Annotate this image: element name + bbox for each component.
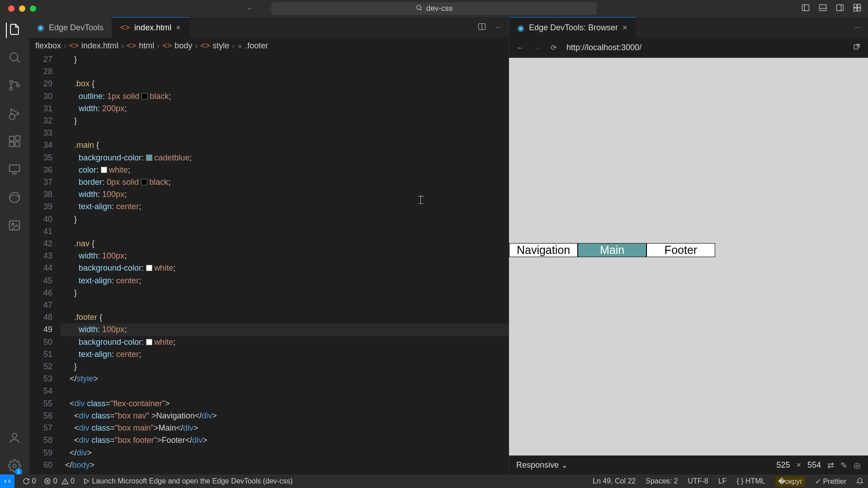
remote-explorer-icon[interactable] (8, 163, 21, 178)
source-control-icon[interactable] (8, 79, 21, 94)
crumb[interactable]: html (139, 41, 154, 51)
rotate-icon[interactable]: ⇄ (827, 460, 834, 470)
edit-icon[interactable]: ✎ (840, 460, 847, 470)
svg-rect-21 (15, 142, 19, 146)
back-button[interactable]: ← (516, 44, 524, 52)
crumb[interactable]: style (212, 41, 229, 51)
more-actions-icon[interactable]: ··· (495, 23, 501, 32)
edge-icon: ◉ (517, 23, 524, 33)
minimize-window-button[interactable] (19, 5, 25, 12)
url-field[interactable]: http://localhost:3000/ (566, 43, 642, 52)
svg-rect-6 (837, 5, 844, 10)
close-icon[interactable]: × (176, 23, 181, 33)
settings-icon[interactable]: 1 (8, 459, 21, 474)
svg-point-0 (416, 5, 420, 9)
problems-status[interactable]: 0 0 (44, 477, 75, 485)
reload-button[interactable]: ⟳ (551, 43, 557, 52)
html-file-icon: <> (69, 41, 79, 51)
svg-line-1 (420, 9, 422, 10)
svg-rect-10 (854, 8, 857, 11)
crumb[interactable]: flexbox (35, 41, 61, 51)
layout-sidebar-left-icon[interactable] (801, 3, 810, 14)
svg-point-26 (9, 192, 20, 203)
viewport-height[interactable]: 554 (807, 460, 821, 470)
tab-edge-browser[interactable]: ◉ Edge DevTools: Browser × (509, 17, 636, 38)
prettier-status[interactable]: ✓ Prettier (815, 477, 846, 486)
sync-status[interactable]: 0 (23, 477, 36, 485)
eol-status[interactable]: LF (718, 477, 727, 485)
svg-rect-2 (802, 5, 809, 10)
svg-rect-9 (858, 5, 861, 8)
svg-point-38 (65, 483, 65, 483)
editor-group: ◉ Edge DevTools <> index.html × ··· flex… (29, 17, 509, 474)
svg-point-18 (9, 114, 15, 120)
more-actions-icon[interactable]: ··· (855, 23, 861, 32)
launch-task[interactable]: Launch Microsoft Edge and open the Edge … (83, 477, 292, 485)
code-editor[interactable]: 2728293031323334353637383940414243444546… (29, 53, 509, 474)
preview-tabs: ◉ Edge DevTools: Browser × ··· (509, 17, 868, 38)
viewport-width[interactable]: 525 (776, 460, 790, 470)
browser-viewport[interactable]: Navigation Main Footer (509, 58, 868, 455)
tab-label: index.html (134, 23, 171, 33)
tag-icon: <> (162, 41, 172, 51)
notifications-icon[interactable] (856, 477, 863, 485)
open-external-icon[interactable] (853, 43, 861, 53)
svg-point-30 (13, 464, 16, 468)
tab-edge-devtools[interactable]: ◉ Edge DevTools (29, 17, 112, 38)
extensions-icon[interactable] (8, 135, 21, 150)
maximize-window-button[interactable] (30, 5, 36, 12)
remote-button[interactable] (0, 474, 14, 488)
crumb[interactable]: index.html (81, 41, 118, 51)
search-icon[interactable] (8, 51, 21, 66)
device-toolbar: Responsive ⌄ 525 × 554 ⇄ ✎ ◎ (509, 455, 868, 474)
line-gutter: 2728293031323334353637383940414243444546… (29, 53, 61, 474)
css-selector-icon: ⬨ (237, 41, 242, 51)
accounts-icon[interactable] (8, 431, 21, 446)
svg-point-12 (10, 53, 18, 61)
back-button[interactable]: ← (246, 5, 254, 13)
indent-status[interactable]: Spaces: 2 (646, 477, 678, 485)
edge-devtools-icon[interactable] (8, 191, 21, 206)
device-select[interactable]: Responsive ⌄ (516, 460, 567, 470)
svg-marker-39 (85, 479, 89, 484)
crumb[interactable]: .footer (245, 41, 268, 51)
svg-point-16 (16, 84, 19, 87)
layout-panel-icon[interactable] (818, 3, 827, 14)
tag-icon: <> (200, 41, 210, 51)
html-file-icon: <> (120, 23, 130, 33)
svg-point-15 (9, 87, 12, 90)
image-icon[interactable] (8, 219, 21, 234)
window-controls (0, 5, 36, 12)
split-editor-icon[interactable] (477, 22, 486, 33)
svg-rect-11 (858, 8, 861, 11)
explorer-icon[interactable] (6, 23, 21, 38)
inблагодаря-icon[interactable]: ◎ (854, 460, 861, 470)
svg-rect-20 (9, 142, 14, 146)
command-center[interactable]: dev-css (271, 2, 597, 15)
breadcrumbs[interactable]: flexbox› <> index.html› <> html› <> body… (29, 38, 509, 53)
forward-button[interactable]: → (533, 44, 541, 52)
layout-sidebar-right-icon[interactable] (835, 3, 844, 14)
port-status[interactable]: �округ (775, 476, 805, 487)
svg-rect-33 (854, 45, 858, 49)
encoding-status[interactable]: UTF-8 (688, 477, 708, 485)
activity-bar: 1 (0, 17, 29, 474)
chevron-down-icon: ⌄ (561, 461, 567, 469)
cursor-position[interactable]: Ln 49, Col 22 (593, 477, 636, 485)
language-mode[interactable]: { } HTML (736, 477, 765, 485)
crumb[interactable]: body (175, 41, 192, 51)
tab-index-html[interactable]: <> index.html × (112, 17, 189, 38)
svg-rect-27 (9, 221, 20, 230)
device-label: Responsive (516, 460, 559, 470)
code-body[interactable]: } .box { outline: 1px solid black; width… (61, 53, 509, 474)
preview-panel: ◉ Edge DevTools: Browser × ··· ← → ⟳ htt… (509, 17, 868, 474)
rendered-main-box: Main (578, 243, 646, 257)
run-debug-icon[interactable] (8, 107, 21, 122)
titlebar: ← → dev-css (0, 0, 868, 17)
svg-rect-22 (16, 136, 20, 141)
editor-tabs: ◉ Edge DevTools <> index.html × ··· (29, 17, 509, 38)
close-icon[interactable]: × (623, 23, 627, 33)
rendered-nav-box: Navigation (509, 243, 578, 257)
customize-layout-icon[interactable] (853, 3, 862, 14)
close-window-button[interactable] (8, 5, 14, 12)
